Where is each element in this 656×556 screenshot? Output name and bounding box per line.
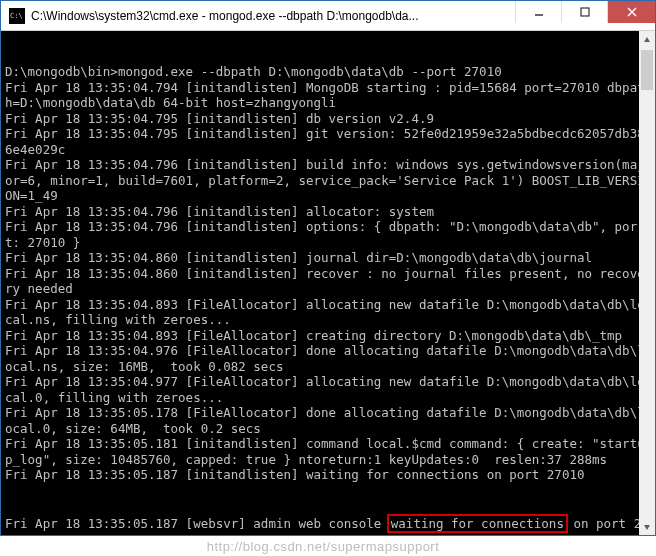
terminal-line: Fri Apr 18 13:35:04.795 [initandlisten] … [5,111,647,127]
titlebar[interactable]: C:\Windows\system32\cmd.exe - mongod.exe… [1,1,655,31]
window-buttons [515,1,655,23]
terminal-line: Fri Apr 18 13:35:04.893 [FileAllocator] … [5,328,647,344]
vertical-scrollbar[interactable] [639,31,655,535]
terminal-line: Fri Apr 18 13:35:04.796 [initandlisten] … [5,157,647,204]
terminal-line: Fri Apr 18 13:35:04.976 [FileAllocator] … [5,343,647,374]
terminal-line: Fri Apr 18 13:35:04.977 [FileAllocator] … [5,374,647,405]
terminal-line: Fri Apr 18 13:35:04.795 [initandlisten] … [5,126,647,157]
terminal-line: Fri Apr 18 13:35:04.860 [initandlisten] … [5,266,647,297]
terminal-line: Fri Apr 18 13:35:05.178 [FileAllocator] … [5,405,647,436]
minimize-button[interactable] [515,1,561,23]
window-title: C:\Windows\system32\cmd.exe - mongod.exe… [31,9,515,23]
cmd-window: C:\Windows\system32\cmd.exe - mongod.exe… [0,0,656,536]
svg-marker-5 [644,525,650,530]
svg-rect-1 [581,8,589,16]
highlight-box: waiting for connections [387,514,568,534]
terminal-line: D:\mongodb\bin>mongod.exe --dbpath D:\mo… [5,64,647,80]
terminal-output[interactable]: D:\mongodb\bin>mongod.exe --dbpath D:\mo… [1,31,655,535]
terminal-line: Fri Apr 18 13:35:04.860 [initandlisten] … [5,250,647,266]
cmd-icon [9,8,25,24]
terminal-line: Fri Apr 18 13:35:05.181 [initandlisten] … [5,436,647,467]
close-button[interactable] [607,1,655,23]
terminal-line: Fri Apr 18 13:35:05.187 [initandlisten] … [5,467,647,483]
maximize-button[interactable] [561,1,607,23]
terminal-line: Fri Apr 18 13:35:04.796 [initandlisten] … [5,204,647,220]
scroll-track[interactable] [639,48,655,518]
terminal-line: Fri Apr 18 13:35:05.187 [websvr] admin w… [5,514,647,536]
scroll-up-button[interactable] [639,31,655,48]
scroll-thumb[interactable] [641,50,653,90]
scroll-down-button[interactable] [639,518,655,535]
watermark-text: http://blog.csdn.net/supermapsupport [0,539,646,554]
terminal-line: Fri Apr 18 13:35:04.794 [initandlisten] … [5,80,647,111]
svg-marker-4 [644,37,650,42]
terminal-line: Fri Apr 18 13:35:04.893 [FileAllocator] … [5,297,647,328]
terminal-line: Fri Apr 18 13:35:04.796 [initandlisten] … [5,219,647,250]
